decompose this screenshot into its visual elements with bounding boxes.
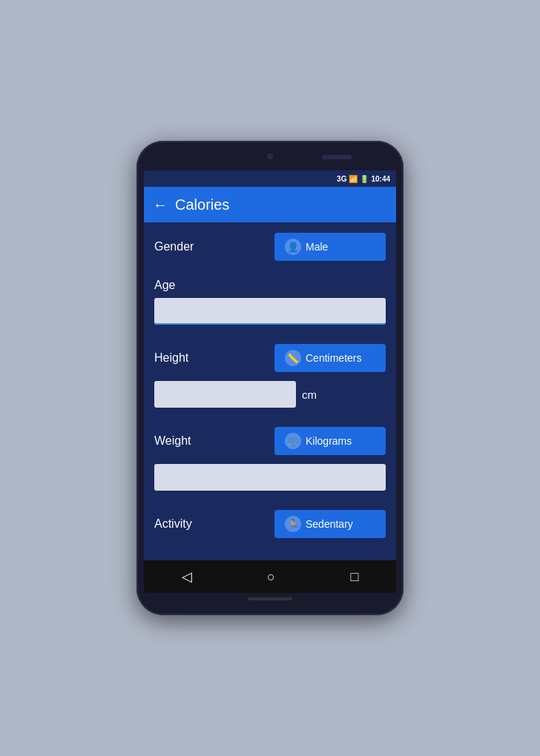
app-header: ← Calories	[144, 187, 396, 222]
nav-bar: ◁ ○ □	[144, 560, 396, 593]
weight-label: Weight	[154, 434, 191, 448]
gender-button[interactable]: 👤 Male	[274, 233, 386, 261]
gender-value: Male	[306, 241, 328, 253]
page-title: Calories	[175, 196, 229, 213]
phone-device: 3G 📶 🔋 10:44 ← Calories Gender 👤 Male	[136, 141, 404, 615]
age-input-row	[154, 298, 386, 325]
camera	[267, 153, 273, 159]
weight-input[interactable]	[154, 464, 386, 491]
app-content: Gender 👤 Male Age Height 📏 Centi	[144, 222, 396, 560]
nav-recent-button[interactable]: □	[338, 563, 370, 591]
phone-screen: 3G 📶 🔋 10:44 ← Calories Gender 👤 Male	[144, 170, 396, 593]
weight-unit-value: Kilograms	[306, 435, 352, 447]
height-input[interactable]	[154, 381, 296, 408]
age-label: Age	[154, 279, 175, 291]
back-button[interactable]: ←	[153, 196, 168, 213]
height-unit-button[interactable]: 📏 Centimeters	[274, 344, 386, 372]
home-bar	[248, 597, 292, 600]
phone-top-bar	[144, 151, 396, 168]
activity-icon: 🏃	[285, 516, 301, 532]
age-input[interactable]	[154, 298, 386, 325]
status-bar: 3G 📶 🔋 10:44	[144, 170, 396, 187]
status-time: 10:44	[371, 175, 390, 183]
speaker	[322, 155, 352, 159]
height-label: Height	[154, 351, 188, 365]
height-icon: 📏	[285, 350, 301, 366]
height-input-row: cm	[154, 381, 386, 408]
weight-input-row	[154, 464, 386, 491]
gender-label: Gender	[154, 240, 194, 253]
nav-home-button[interactable]: ○	[255, 563, 287, 591]
activity-button[interactable]: 🏃 Sedentary	[274, 510, 386, 538]
weight-icon: ⚖️	[285, 433, 301, 449]
height-unit-label: cm	[302, 388, 317, 401]
phone-bottom	[248, 593, 292, 605]
gender-row: Gender 👤 Male	[154, 230, 386, 264]
status-icons: 3G 📶 🔋 10:44	[337, 175, 390, 183]
battery-icon: 🔋	[360, 175, 369, 183]
height-unit-value: Centimeters	[306, 352, 361, 364]
signal-indicator: 3G	[337, 175, 346, 183]
height-row: Height 📏 Centimeters	[154, 341, 386, 375]
activity-label: Activity	[154, 517, 192, 531]
activity-value: Sedentary	[306, 518, 353, 530]
wifi-icon: 📶	[349, 175, 358, 183]
weight-row: Weight ⚖️ Kilograms	[154, 424, 386, 458]
nav-back-button[interactable]: ◁	[170, 563, 204, 591]
age-label-row: Age	[154, 276, 386, 292]
weight-unit-button[interactable]: ⚖️ Kilograms	[274, 427, 386, 455]
gender-icon: 👤	[285, 239, 301, 255]
activity-row: Activity 🏃 Sedentary	[154, 507, 386, 541]
